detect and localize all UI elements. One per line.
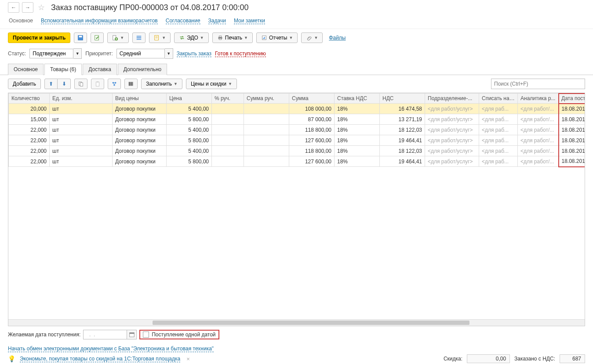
barcode-button[interactable]	[124, 79, 138, 89]
cell-price[interactable]: 5 800,00	[167, 114, 212, 125]
col-sum[interactable]: Сумма	[289, 94, 335, 104]
col-date[interactable]: Дата поступления	[559, 94, 585, 104]
cell-sum-manual[interactable]	[244, 104, 289, 114]
cell-dep[interactable]: <для работ/услуг>	[425, 135, 479, 146]
cell-unit[interactable]: шт	[50, 114, 113, 125]
nav-aux[interactable]: Вспомогательная информация взаиморасчето…	[41, 18, 158, 24]
post-and-close-button[interactable]: Провести и закрыть	[8, 32, 70, 43]
cell-date[interactable]: 18.08.2017	[559, 114, 585, 125]
cell-writeoff[interactable]: <для раб...	[479, 125, 518, 135]
cell-writeoff[interactable]: <для раб...	[479, 114, 518, 125]
cell-qty[interactable]: 22,000	[9, 125, 50, 135]
cell-qty[interactable]: 22,000	[9, 146, 50, 156]
cell-vat[interactable]: 18 122,03	[380, 125, 425, 135]
col-vat[interactable]: НДС	[380, 94, 425, 104]
tab-main[interactable]: Основное	[8, 64, 44, 75]
cell-pct[interactable]	[212, 104, 244, 114]
cell-analytics[interactable]: <для работ/...	[518, 156, 559, 167]
cell-vat[interactable]: 18 122,03	[380, 146, 425, 156]
table-row[interactable]: 22,000штДоговор покупки5 400,00118 800,0…	[9, 125, 585, 135]
nav-main[interactable]: Основное	[9, 18, 33, 24]
cell-price[interactable]: 5 400,00	[167, 125, 212, 135]
add-row-button[interactable]: Добавить	[8, 79, 41, 89]
cell-dep[interactable]: <для работ/услуг>	[425, 156, 479, 167]
status-combo[interactable]	[29, 49, 73, 58]
cell-unit[interactable]: шт	[50, 104, 113, 114]
tab-delivery[interactable]: Доставка	[83, 64, 117, 75]
files-link[interactable]: Файлы	[329, 35, 346, 41]
cell-pct[interactable]	[212, 125, 244, 135]
cell-vat-rate[interactable]: 18%	[335, 104, 380, 114]
cell-unit[interactable]: шт	[50, 146, 113, 156]
cell-dep[interactable]: <для работ/услуг>	[425, 125, 479, 135]
cell-sum[interactable]: 127 600,00	[289, 156, 335, 167]
desired-date-input[interactable]	[83, 330, 127, 339]
table-row[interactable]: 15,000штДоговор покупки5 800,0087 000,00…	[9, 114, 585, 125]
cell-dep[interactable]: <для работ/услуг>	[425, 146, 479, 156]
priority-combo-dropdown[interactable]: ▼	[165, 48, 173, 59]
col-price[interactable]: Цена	[167, 94, 212, 104]
cell-price[interactable]: 5 800,00	[167, 156, 212, 167]
table-row[interactable]: 20,000штДоговор покупки5 400,00108 000,0…	[9, 104, 585, 114]
cell-unit[interactable]: шт	[50, 156, 113, 167]
cell-vat[interactable]: 19 464,41	[380, 135, 425, 146]
col-pct[interactable]: % руч.	[212, 94, 244, 104]
h-scrollbar[interactable]	[8, 319, 585, 326]
favorite-star-icon[interactable]: ☆	[38, 3, 45, 12]
status-combo-dropdown[interactable]: ▼	[73, 48, 82, 59]
cell-pct[interactable]	[212, 114, 244, 125]
forward-button[interactable]: →	[22, 2, 33, 13]
reports-button[interactable]: Отчеты ▼	[256, 32, 298, 43]
col-dep[interactable]: Подразделение-...	[425, 94, 479, 104]
cell-vat[interactable]: 16 474,58	[380, 104, 425, 114]
cell-qty[interactable]: 15,000	[9, 114, 50, 125]
back-button[interactable]: ←	[8, 2, 19, 13]
col-writeoff[interactable]: Списать на р...	[479, 94, 518, 104]
col-analytics[interactable]: Аналитика р...	[518, 94, 559, 104]
cell-date[interactable]: 18.08.2017	[559, 104, 585, 114]
cell-sum-manual[interactable]	[244, 125, 289, 135]
cell-price[interactable]: 5 400,00	[167, 146, 212, 156]
cell-analytics[interactable]: <для работ/...	[518, 135, 559, 146]
save-button[interactable]	[74, 32, 87, 43]
nav-tasks[interactable]: Задачи	[208, 18, 226, 24]
cell-pct[interactable]	[212, 156, 244, 167]
edo-button[interactable]: ЭДО ▼	[174, 32, 209, 43]
col-price-type[interactable]: Вид цены	[113, 94, 167, 104]
cell-qty[interactable]: 22,000	[9, 156, 50, 167]
col-qty[interactable]: Количество	[9, 94, 50, 104]
cell-writeoff[interactable]: <для раб...	[479, 135, 518, 146]
move-down-button[interactable]: ⬇	[58, 79, 71, 89]
cell-price-type[interactable]: Договор покупки	[113, 104, 167, 114]
cell-price-type[interactable]: Договор покупки	[113, 135, 167, 146]
edo-start-link[interactable]: Начать обмен электронными документами с …	[8, 346, 214, 352]
cell-writeoff[interactable]: <для раб...	[479, 104, 518, 114]
paste-button[interactable]	[91, 79, 104, 89]
cell-qty[interactable]: 22,000	[9, 135, 50, 146]
cell-writeoff[interactable]: <для раб...	[479, 146, 518, 156]
col-sum-manual[interactable]: Сумма руч.	[244, 94, 289, 104]
cell-vat-rate[interactable]: 18%	[335, 135, 380, 146]
cell-vat-rate[interactable]: 18%	[335, 146, 380, 156]
cell-price[interactable]: 5 800,00	[167, 135, 212, 146]
cell-price-type[interactable]: Договор покупки	[113, 114, 167, 125]
cell-sum-manual[interactable]	[244, 156, 289, 167]
cell-sum[interactable]: 108 000,00	[289, 104, 335, 114]
cell-sum-manual[interactable]	[244, 146, 289, 156]
copy-button[interactable]	[74, 79, 87, 89]
nav-notes[interactable]: Мои заметки	[234, 18, 265, 24]
fill-button[interactable]: Заполнить ▼	[141, 79, 182, 89]
cell-analytics[interactable]: <для работ/...	[518, 125, 559, 135]
cell-date[interactable]: 18.08.2017	[559, 135, 585, 146]
table-row[interactable]: 22,000штДоговор покупки5 400,00118 800,0…	[9, 146, 585, 156]
search-input[interactable]	[491, 79, 585, 89]
priority-combo[interactable]	[116, 49, 165, 58]
cell-vat[interactable]: 19 464,41	[380, 156, 425, 167]
cell-writeoff[interactable]: <для раб...	[479, 156, 518, 167]
template-button[interactable]: ▼	[149, 32, 171, 43]
link-button[interactable]	[108, 79, 121, 89]
cell-price-type[interactable]: Договор покупки	[113, 146, 167, 156]
createbased-button[interactable]: ▼	[107, 32, 129, 43]
cell-price-type[interactable]: Договор покупки	[113, 156, 167, 167]
cell-price[interactable]: 5 400,00	[167, 104, 212, 114]
